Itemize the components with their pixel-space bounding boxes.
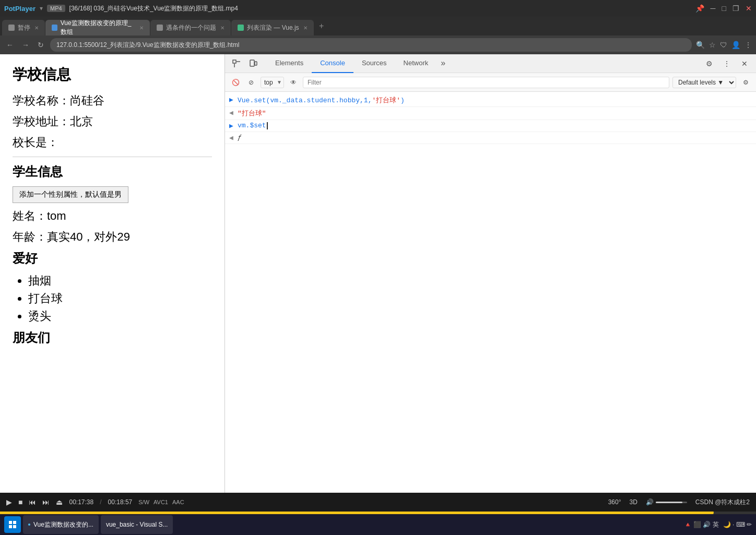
codec-label: AVC1	[153, 499, 168, 505]
tab-more[interactable]: »	[436, 54, 450, 73]
tab-close-icon[interactable]: ✕	[139, 25, 144, 31]
level-select[interactable]: Default levels ▼	[672, 77, 736, 88]
zoom-icon[interactable]: 🔍	[696, 41, 705, 49]
student-age: 年龄：真实40，对外29	[13, 229, 212, 245]
school-name: 学校名称：尚硅谷	[13, 93, 212, 109]
forward-button[interactable]: →	[20, 39, 31, 51]
devtools-close-button[interactable]: ✕	[737, 56, 752, 71]
taskbar: Vue监测数据改变的... vue_basic - Visual S... 🔺 …	[0, 514, 756, 535]
profile-icon[interactable]: 👤	[731, 41, 740, 49]
potplayer-logo[interactable]: PotPlayer	[4, 5, 36, 13]
console-expand-arrow-3[interactable]: ▶	[229, 122, 238, 130]
friends-title: 朋友们	[13, 329, 212, 346]
console-line-1: ▶ Vue.set(vm._data.student.hobby,1,'打台球'…	[225, 94, 756, 107]
volume-slider[interactable]	[656, 502, 687, 503]
bookmark-icon[interactable]: ☆	[709, 41, 716, 49]
tab-close-icon[interactable]: ✕	[34, 25, 39, 31]
start-button[interactable]	[4, 516, 21, 533]
settings-button[interactable]: ⚙	[702, 56, 716, 71]
title-bar: PotPlayer ▾ MP4 [36/168] 036_尚硅谷Vue技术_Vu…	[0, 0, 756, 17]
csdn-label: CSDN @符木成柱2	[695, 498, 750, 507]
network-tab-label: Network	[404, 59, 429, 67]
console-collapse-arrow-4[interactable]: ◀	[229, 134, 238, 142]
address-icons: 🔍 ☆ 🛡 👤 ⋮	[696, 41, 752, 49]
tab-elements[interactable]: Elements	[267, 54, 312, 73]
school-address: 学校地址：北京	[13, 114, 212, 129]
current-time: 00:17:38	[69, 498, 93, 506]
media-info: S/W AVC1 AAC	[138, 499, 184, 505]
tray-icons: 🔺 ⬛ 🔊 英	[684, 520, 719, 529]
console-collapse-arrow-2[interactable]: ◀	[229, 109, 238, 117]
tab-condition[interactable]: 遇条件的一个问题 ✕	[150, 20, 231, 35]
inspect-element-button[interactable]	[229, 56, 244, 71]
restore-icon[interactable]: ❐	[733, 4, 739, 13]
console-tab-label: Console	[320, 59, 345, 67]
section2-title: 学生信息	[13, 163, 212, 180]
sw-label: S/W	[138, 499, 149, 505]
console-filter-input[interactable]	[303, 77, 669, 88]
tab-vuejs[interactable]: 列表渲染 — Vue.js ✕	[231, 20, 314, 35]
next-button[interactable]: ⏭	[42, 498, 50, 506]
tab-favicon	[8, 25, 15, 31]
media-right-controls: 360° 3D 🔊 CSDN @符木成柱2	[608, 498, 750, 507]
window-controls[interactable]: 📌 ─ □ ❐ ✕	[695, 4, 752, 13]
filter-console-button[interactable]: ⊘	[245, 76, 257, 89]
clear-console-button[interactable]: 🚫	[229, 76, 242, 89]
eye-button[interactable]: 👁	[287, 76, 300, 89]
tab-network[interactable]: Network	[395, 54, 437, 73]
taskbar-vscode-item[interactable]: vue_basic - Visual S...	[101, 515, 173, 534]
pin-icon[interactable]: 📌	[695, 4, 704, 13]
browser-chrome: 暂停 ✕ Vue监测数据改变的原理_数组 ✕ 遇条件的一个问题 ✕ 列表渲染 —…	[0, 17, 756, 54]
svg-rect-7	[9, 525, 12, 528]
tab-close-icon[interactable]: ✕	[303, 25, 308, 31]
context-select[interactable]: top	[261, 77, 284, 88]
console-line-2: ◀ "打台球"	[225, 107, 756, 120]
new-tab-button[interactable]: +	[314, 19, 329, 33]
student-name: 姓名：tom	[13, 208, 212, 224]
context-selector-wrapper[interactable]: top ▼	[261, 77, 284, 88]
play-button[interactable]: ▶	[6, 498, 12, 506]
console-text-2: "打台球"	[238, 109, 752, 118]
maximize-icon[interactable]: □	[722, 4, 726, 13]
devtools-header: Elements Console Sources Network » ⚙ ⋮ ✕	[225, 54, 756, 73]
tab-close-icon[interactable]: ✕	[220, 25, 225, 31]
format-badge: MP4	[47, 5, 65, 12]
minimize-icon[interactable]: ─	[711, 4, 716, 13]
reload-button[interactable]: ↻	[36, 39, 46, 51]
tab-paused[interactable]: 暂停 ✕	[2, 20, 45, 35]
tab-console[interactable]: Console	[312, 54, 353, 73]
extension-icon[interactable]: 🛡	[720, 41, 727, 49]
tab-label: 遇条件的一个问题	[166, 23, 216, 32]
stop-button[interactable]: ■	[18, 498, 22, 506]
console-text-1: Vue.set(vm._data.student.hobby,1,'打台球')	[238, 96, 752, 105]
principal: 校长是：	[13, 135, 212, 150]
tab-label: 暂停	[18, 23, 30, 32]
volume-fill	[656, 502, 682, 503]
hobby-item: 打台球	[28, 291, 212, 306]
devtools-more-button[interactable]: ⋮	[719, 56, 734, 71]
volume-control[interactable]: 🔊	[646, 498, 687, 506]
tab-vue-monitor[interactable]: Vue监测数据改变的原理_数组 ✕	[45, 20, 150, 35]
svg-rect-4	[255, 62, 257, 65]
section1-title: 学校信息	[13, 65, 212, 85]
eject-button[interactable]: ⏏	[56, 498, 63, 506]
tab-sources[interactable]: Sources	[353, 54, 395, 73]
prev-button[interactable]: ⏮	[29, 498, 36, 506]
console-line-3: ▶ vm.$set	[225, 120, 756, 132]
back-button[interactable]: ←	[4, 39, 16, 51]
console-toolbar: 🚫 ⊘ top ▼ 👁 Default levels ▼ ⚙	[225, 73, 756, 92]
device-toolbar-button[interactable]	[246, 56, 261, 71]
address-input[interactable]	[50, 38, 692, 52]
console-settings-button[interactable]: ⚙	[739, 76, 752, 89]
add-gender-button[interactable]: 添加一个性别属性，默认值是男	[13, 186, 128, 203]
taskbar-vue-item[interactable]: Vue监测数据改变的...	[23, 515, 99, 534]
console-expand-arrow-1[interactable]: ▶	[229, 96, 238, 104]
devtools-tabs: Elements Console Sources Network »	[267, 54, 450, 73]
volume-icon[interactable]: 🔊	[646, 498, 654, 506]
menu-icon[interactable]: ⋮	[745, 41, 752, 49]
close-icon[interactable]: ✕	[746, 4, 752, 13]
devtools-panel: Elements Console Sources Network » ⚙ ⋮ ✕	[225, 54, 756, 493]
tab-favicon	[157, 25, 163, 31]
hobby-item: 抽烟	[28, 273, 212, 289]
address-bar: ← → ↻ 🔍 ☆ 🛡 👤 ⋮	[0, 35, 756, 54]
